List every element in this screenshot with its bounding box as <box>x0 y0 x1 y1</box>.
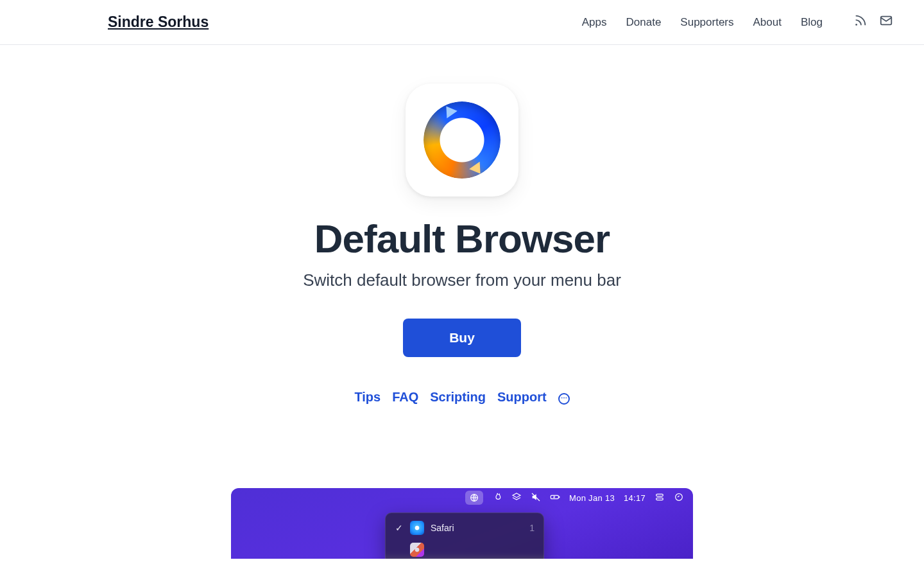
product-screenshot: Mon Jan 13 14:17 ✓ Safari 1 <box>231 488 693 559</box>
link-faq[interactable]: FAQ <box>392 390 418 405</box>
mail-icon[interactable] <box>879 13 893 31</box>
svg-point-8 <box>676 493 683 500</box>
nav-donate[interactable]: Donate <box>626 16 662 29</box>
menubar-mute-icon <box>531 492 541 504</box>
dropdown-item-hint: 1 <box>529 523 535 533</box>
link-support[interactable]: Support <box>497 390 547 405</box>
svg-point-0 <box>855 24 857 26</box>
app-icon-graphic <box>424 101 501 179</box>
buy-button[interactable]: Buy <box>403 319 521 357</box>
nav-about[interactable]: About <box>753 16 782 29</box>
svg-rect-7 <box>656 498 663 500</box>
hero: Default Browser Switch default browser f… <box>0 45 924 559</box>
link-scripting[interactable]: Scripting <box>430 390 486 405</box>
check-icon: ✓ <box>395 523 404 533</box>
rss-icon[interactable] <box>853 13 868 31</box>
browser-icon <box>410 543 424 557</box>
menubar-battery-icon <box>550 492 560 504</box>
link-tips[interactable]: Tips <box>354 390 381 405</box>
site-header: Sindre Sorhus Apps Donate Supporters Abo… <box>0 0 924 45</box>
menubar-control-center-icon <box>654 492 665 504</box>
menubar-app-icon <box>465 491 483 505</box>
nav-apps[interactable]: Apps <box>582 16 607 29</box>
menubar-date: Mon Jan 13 <box>569 493 615 503</box>
nav-blog[interactable]: Blog <box>801 16 823 29</box>
svg-rect-5 <box>559 496 560 498</box>
nav-supporters[interactable]: Supporters <box>680 16 733 29</box>
dropdown-item-safari: ✓ Safari 1 <box>389 517 540 539</box>
hero-sublinks: Tips FAQ Scripting Support <box>354 389 569 405</box>
app-icon <box>406 83 518 197</box>
page-title: Default Browser <box>314 216 610 261</box>
more-icon[interactable] <box>558 389 570 405</box>
browser-dropdown: ✓ Safari 1 <box>385 512 544 559</box>
brand-link[interactable]: Sindre Sorhus <box>108 13 209 31</box>
screenshot-menubar: Mon Jan 13 14:17 <box>231 488 693 507</box>
header-icon-group <box>853 13 893 31</box>
menubar-layers-icon <box>511 492 522 504</box>
svg-rect-6 <box>656 494 663 496</box>
page-subtitle: Switch default browser from your menu ba… <box>303 270 621 290</box>
safari-icon <box>410 521 424 535</box>
dropdown-item-label: Safari <box>431 523 454 533</box>
dropdown-item-next <box>389 539 540 559</box>
primary-nav: Apps Donate Supporters About Blog <box>582 13 893 31</box>
menubar-flame-icon <box>492 492 502 504</box>
menubar-time: 14:17 <box>624 493 646 503</box>
menubar-extra-icon <box>674 492 684 504</box>
